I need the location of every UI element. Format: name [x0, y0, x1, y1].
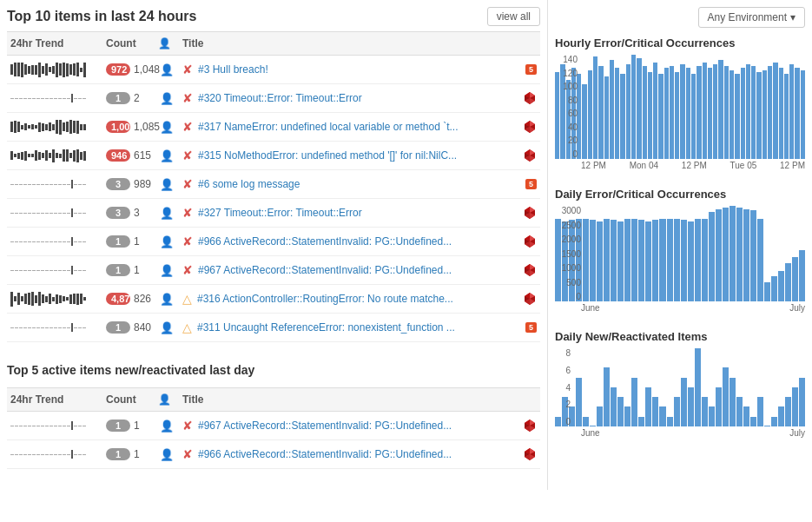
y-axis-label: 0 — [555, 417, 571, 426]
platform-badge: 5 — [525, 322, 537, 333]
trend-cell — [7, 144, 102, 167]
count-number: 2 — [134, 92, 140, 104]
bar — [771, 276, 777, 301]
bar — [708, 68, 712, 159]
user-icon: 👤 — [160, 420, 174, 433]
bar — [667, 417, 673, 426]
bar — [688, 387, 694, 426]
title-cell: ✘#6 some log message5 — [179, 175, 540, 193]
hourly-chart-area: 140120100806040200 12 PMMon 0412 PMTue 0… — [555, 55, 805, 170]
bar — [652, 220, 658, 301]
y-axis-label: 60 — [555, 109, 578, 118]
env-dropdown[interactable]: Any Environment ▾ — [698, 7, 805, 28]
item-title-link[interactable]: #320 Timeout::Error: Timeout::Error — [198, 92, 362, 104]
bar — [686, 68, 690, 159]
trend-cell — [7, 259, 102, 281]
bar — [702, 219, 708, 301]
item-title-link[interactable]: #966 ActiveRecord::StatementInvalid: PG:… — [198, 448, 452, 460]
platform-badge — [523, 206, 537, 220]
new-items-bars — [555, 348, 805, 426]
new-items-chart-section: Daily New/Reactivated Items 86420 JuneJu… — [555, 330, 805, 438]
bar — [743, 209, 749, 301]
bar — [597, 221, 603, 301]
bar — [597, 406, 603, 426]
daily-x-axis: JuneJuly — [555, 303, 805, 313]
item-title-link[interactable]: #316 ActionController::RoutingError: No … — [197, 293, 453, 305]
title-cell: ✘#317 NameError: undefined local variabl… — [179, 118, 540, 135]
count-cell: 3989 — [102, 176, 155, 192]
title-cell: ✘#967 ActiveRecord::StatementInvalid: PG… — [179, 417, 540, 434]
bar — [611, 387, 617, 426]
count-badge: 1 — [106, 235, 130, 248]
item-title-link[interactable]: #6 some log message — [198, 178, 300, 190]
count-cell: 1840 — [102, 320, 155, 335]
item-title-link[interactable]: #967 ActiveRecord::StatementInvalid: PG:… — [198, 420, 452, 432]
y-axis-label: 20 — [555, 135, 578, 145]
bar — [799, 378, 805, 426]
bar — [652, 397, 658, 426]
bar — [801, 70, 805, 159]
bar — [709, 406, 715, 426]
bar — [688, 221, 694, 301]
assignee-cell: 👤 — [155, 148, 179, 164]
bar — [741, 68, 745, 159]
count-badge: 972 — [106, 63, 130, 76]
bar — [764, 426, 770, 426]
table-row: 3989👤✘#6 some log message5 — [7, 170, 540, 199]
title-cell: △#311 Uncaught ReferenceError: nonexiste… — [179, 319, 540, 336]
item-title-link[interactable]: #3 Hull breach! — [198, 63, 268, 76]
bar — [643, 66, 647, 159]
item-title-link[interactable]: #327 Timeout::Error: Timeout::Error — [198, 207, 362, 219]
count-cell: 11 — [102, 262, 155, 278]
bar — [778, 406, 784, 426]
bar — [773, 63, 777, 159]
new-items-y-axis: 86420 — [555, 348, 572, 426]
bar — [610, 60, 614, 159]
count-badge: 3 — [106, 207, 130, 219]
item-title-link[interactable]: #315 NoMethodError: undefined method '[]… — [198, 149, 457, 162]
bar — [785, 263, 791, 301]
assignee-cell: 👤 — [155, 291, 179, 307]
bar — [702, 397, 708, 426]
warning-icon: △ — [182, 292, 192, 306]
bar — [588, 70, 592, 159]
platform-badge — [523, 235, 537, 248]
item-title-link[interactable]: #311 Uncaught ReferenceError: nonexisten… — [197, 321, 455, 334]
bar — [723, 367, 729, 426]
x-axis-label: 12 PM — [780, 161, 805, 170]
count-cell: 9721,048 — [102, 62, 155, 77]
bar — [631, 219, 637, 301]
critical-icon: ✘ — [182, 149, 193, 162]
bottom-section-title: Top 5 active items new/reactivated last … — [7, 363, 254, 377]
item-title-link[interactable]: #966 ActiveRecord::StatementInvalid: PG:… — [198, 235, 452, 248]
bar — [631, 378, 637, 426]
count-number: 1 — [134, 420, 140, 432]
bar — [590, 220, 596, 301]
assignee-cell: 👤 — [155, 234, 179, 250]
platform-badge — [523, 419, 537, 433]
bottom-trend-header: 24hr Trend — [7, 392, 102, 407]
view-all-button[interactable]: view all — [487, 7, 540, 26]
bar — [604, 76, 609, 159]
bottom-items-body: 11👤✘#967 ActiveRecord::StatementInvalid:… — [7, 412, 540, 469]
count-number: 826 — [134, 293, 151, 305]
y-axis-label: 0 — [555, 292, 581, 301]
bar — [713, 64, 717, 159]
item-title-link[interactable]: #317 NameError: undefined local variable… — [198, 121, 459, 133]
bar — [757, 219, 763, 301]
item-title-link[interactable]: #967 ActiveRecord::StatementInvalid: PG:… — [198, 264, 452, 276]
bar — [624, 219, 630, 301]
bar — [703, 63, 707, 159]
user-icon: 👤 — [160, 235, 174, 248]
y-axis-label: 2 — [555, 400, 571, 409]
table-row: 12👤✘#320 Timeout::Error: Timeout::Error — [7, 84, 540, 113]
assignee-cell: 👤 — [155, 119, 179, 135]
table-row: 1840👤△#311 Uncaught ReferenceError: none… — [7, 314, 540, 342]
count-cell: 1,0091,085 — [102, 119, 155, 135]
trend-cell — [7, 316, 102, 339]
count-badge: 1 — [106, 92, 130, 104]
count-badge: 3 — [106, 178, 130, 190]
bar — [638, 220, 644, 301]
top-items-table: 24hr Trend Count 👤 Title 9721,048👤✘#3 Hu… — [7, 31, 540, 342]
y-axis-label: 0 — [555, 149, 578, 159]
